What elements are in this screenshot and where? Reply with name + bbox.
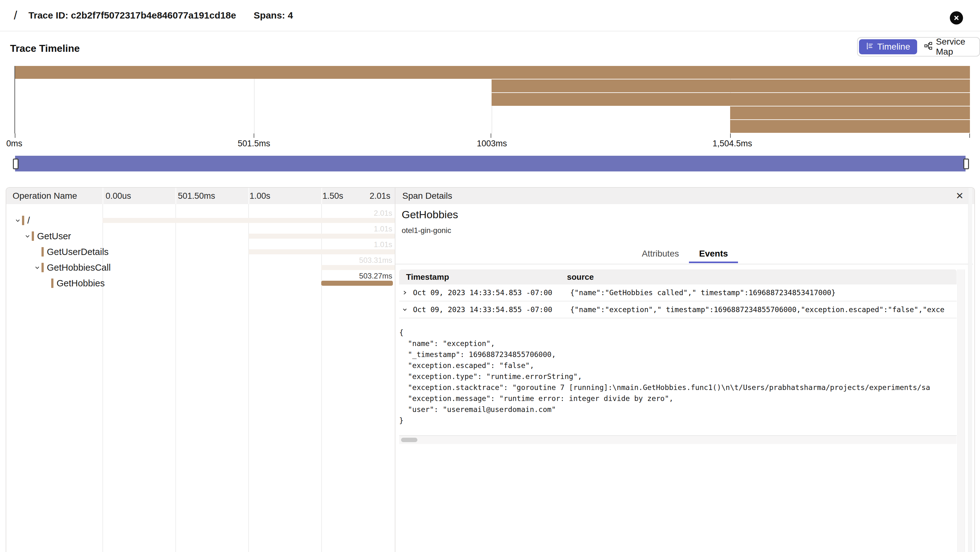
axis-label-0ms: 0ms	[6, 139, 22, 149]
header-separator	[248, 188, 249, 204]
chevron-down-icon[interactable]	[15, 218, 22, 223]
timeline-icon	[866, 42, 874, 52]
trace-minimap	[15, 66, 970, 133]
gantt-tick-3: 1.50s	[323, 188, 343, 204]
gantt-row-gethobbiescall: 503.31ms	[102, 256, 395, 272]
column-header-timestamp: Timestamp	[399, 272, 567, 282]
span-details-title: Span Details	[402, 191, 452, 201]
span-duration-label: 1.01s	[102, 241, 395, 249]
route-label: /	[14, 9, 17, 22]
column-header-source: source	[567, 272, 957, 282]
selected-span-service: otel1-gin-gonic	[402, 226, 451, 235]
chevron-down-icon[interactable]	[35, 265, 41, 270]
panel-vertical-scrollbar[interactable]	[968, 188, 972, 552]
span-details-tabs: Attributes Events	[395, 246, 974, 262]
pane-divider	[395, 188, 395, 552]
event-row-1[interactable]: Oct 09, 2023 14:33:54.853 -07:00 {"name"…	[399, 284, 957, 301]
tree-row-label: GetUserDetails	[47, 247, 109, 257]
span-bar-getuser[interactable]	[249, 233, 395, 239]
event-timestamp: Oct 09, 2023 14:33:54.853 -07:00	[413, 289, 570, 297]
gantt-tick-1: 501.50ms	[178, 188, 215, 204]
minimap-span-getuser[interactable]	[492, 79, 970, 92]
horizontal-scrollbar-thumb[interactable]	[401, 438, 417, 442]
slider-handle-right[interactable]	[963, 159, 969, 169]
event-row-2[interactable]: Oct 09, 2023 14:33:54.855 -07:00 {"name"…	[399, 301, 957, 319]
tree-row-gethobbiescall[interactable]: GetHobbiesCall	[35, 260, 111, 275]
span-bar-root[interactable]	[102, 218, 395, 223]
minimap-span-gethobbiescall[interactable]	[730, 106, 970, 119]
tab-events[interactable]: Events	[699, 246, 728, 261]
axis-tick	[730, 133, 731, 138]
header-separator	[102, 188, 103, 204]
timeline-button-label: Timeline	[877, 42, 910, 52]
trace-timeline-title: Trace Timeline	[10, 43, 80, 54]
minimap-span-getuserdetails[interactable]	[492, 93, 970, 106]
gantt-row-root: 2.01s	[102, 209, 395, 225]
chevron-down-icon[interactable]	[25, 233, 32, 239]
span-duration-label: 2.01s	[102, 209, 395, 217]
expanded-event-json: { "name": "exception", "_timestamp": 169…	[399, 327, 957, 431]
tree-row-gethobbies[interactable]: GetHobbies	[44, 275, 105, 291]
span-bar-getuserdetails[interactable]	[249, 249, 395, 254]
tab-attributes[interactable]: Attributes	[642, 246, 679, 261]
axis-tick	[15, 133, 15, 138]
axis-label-1504ms: 1,504.5ms	[713, 139, 752, 149]
top-bar: / Trace ID: c2b2f7f5072317b4e846077a191c…	[0, 0, 980, 32]
selected-span-name: GetHobbies	[402, 208, 458, 221]
events-vertical-scrollbar[interactable]	[958, 270, 965, 552]
gantt-tick-4: 2.01s	[361, 188, 390, 204]
tree-row-label: GetUser	[37, 231, 71, 241]
gantt-row-gethobbies: 503.27ms	[102, 272, 395, 288]
span-color-bar	[41, 263, 44, 272]
gantt-row-getuserdetails: 1.01s	[102, 241, 395, 256]
axis-label-501ms: 501.5ms	[238, 139, 270, 149]
header-separator	[175, 188, 176, 204]
span-details-header: Span Details ✕	[395, 188, 974, 204]
tree-row-root[interactable]: /	[15, 213, 30, 228]
time-range-slider[interactable]	[15, 156, 966, 171]
span-bar-gethobbies[interactable]	[321, 281, 393, 286]
service-map-view-button[interactable]: Service Map	[917, 39, 978, 54]
gantt-tick-0: 0.00us	[106, 188, 131, 204]
chevron-down-icon[interactable]	[399, 307, 413, 312]
header-separator	[321, 188, 322, 204]
slider-handle-left[interactable]	[13, 159, 19, 169]
events-table-header: Timestamp source	[399, 270, 957, 284]
trace-detail-panel: Operation Name Span Details ✕ 0.00us 501…	[6, 187, 975, 552]
horizontal-scrollbar[interactable]	[399, 435, 957, 444]
axis-tick	[969, 133, 970, 138]
tabs-divider	[395, 264, 973, 264]
tree-row-label: GetHobbiesCall	[47, 262, 111, 273]
close-trace-button[interactable]	[950, 11, 963, 24]
chevron-right-icon[interactable]	[399, 290, 413, 295]
tree-row-getuser[interactable]: GetUser	[25, 228, 71, 244]
tree-row-label: /	[27, 216, 30, 226]
gantt-row-getuser: 1.01s	[102, 225, 395, 241]
timeline-view-button[interactable]: Timeline	[859, 39, 917, 54]
span-details-close-button[interactable]: ✕	[956, 191, 964, 201]
close-icon	[953, 15, 959, 21]
tree-row-label: GetHobbies	[57, 278, 105, 289]
event-timestamp: Oct 09, 2023 14:33:54.855 -07:00	[413, 306, 570, 314]
trace-detail-page: / Trace ID: c2b2f7f5072317b4e846077a191c…	[0, 0, 980, 552]
span-color-bar	[22, 216, 24, 225]
trace-id-label: Trace ID: c2b2f7f5072317b4e846077a191cd1…	[29, 10, 236, 21]
service-map-icon	[924, 41, 933, 52]
span-duration-label: 503.31ms	[102, 256, 395, 264]
span-color-bar	[41, 247, 44, 257]
tree-row-getuserdetails[interactable]: GetUserDetails	[35, 244, 109, 260]
event-source: {"name":"exception","_timestamp":1696887…	[570, 306, 957, 314]
span-duration-label: 503.27ms	[102, 272, 395, 280]
minimap-span-gethobbies[interactable]	[730, 120, 970, 133]
view-toggle: Timeline Service Map	[857, 37, 980, 57]
axis-tick	[491, 133, 491, 138]
events-table: Timestamp source Oct 09, 2023 14:33:54.8…	[399, 270, 957, 319]
axis-label-1003ms: 1003ms	[477, 139, 507, 149]
span-color-bar	[51, 279, 53, 288]
minimap-span-root[interactable]	[15, 66, 970, 79]
service-map-button-label: Service Map	[936, 37, 971, 57]
span-bar-gethobbiescall[interactable]	[321, 265, 395, 270]
span-count-label: Spans: 4	[254, 10, 293, 21]
span-color-bar	[32, 232, 34, 241]
span-duration-label: 1.01s	[102, 225, 395, 233]
